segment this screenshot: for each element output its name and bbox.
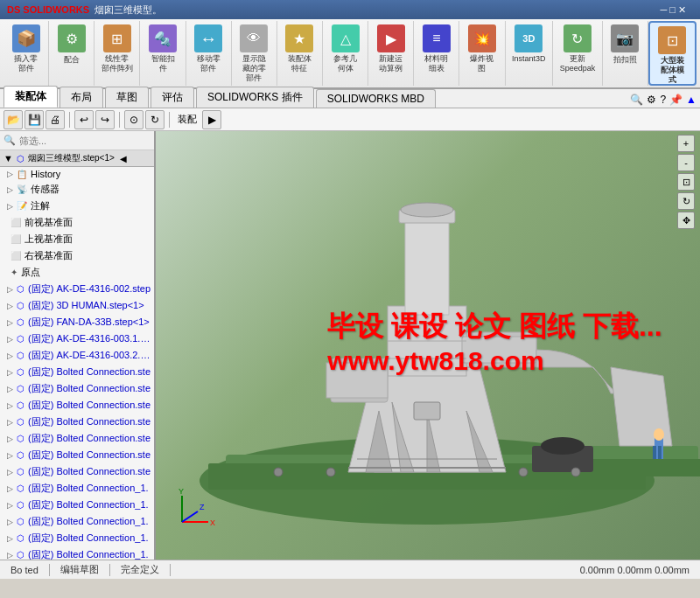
ribbon-btn-insert-part[interactable]: 📦 插入零部件 bbox=[7, 23, 46, 75]
motion-icon: ▶ bbox=[377, 24, 405, 52]
tree-item-right-plane[interactable]: ⬜ 右视基准面 bbox=[0, 247, 154, 264]
mini-pan-btn[interactable]: ✥ bbox=[677, 212, 695, 229]
expand-icon[interactable]: ▲ bbox=[686, 94, 696, 106]
comp12-label: (固定) Bolted Connection_1. bbox=[28, 482, 149, 495]
tree-item-comp16[interactable]: ▷ ⬡ (固定) Bolted Connection_1. bbox=[0, 546, 154, 560]
mini-rotate-btn[interactable]: ↻ bbox=[677, 192, 695, 210]
tree-item-notes[interactable]: ▷ 📝 注解 bbox=[0, 198, 154, 214]
tree-expand-all[interactable]: ▼ bbox=[4, 153, 13, 163]
explode-label: 爆炸视图 bbox=[470, 54, 494, 73]
tb2-save-btn[interactable]: 💾 bbox=[24, 110, 44, 129]
search-icon[interactable]: 🔍 bbox=[630, 94, 643, 106]
tree-item-comp0[interactable]: ▷ ⬡ (固定) AK-DE-4316-002.step bbox=[0, 281, 154, 297]
ribbon-btn-array[interactable]: ⊞ 线性零部件阵列 bbox=[98, 23, 136, 75]
tb2-redo-btn[interactable]: ↪ bbox=[95, 110, 115, 129]
mini-fit-btn[interactable]: ⊡ bbox=[677, 173, 695, 191]
tb2-undo-btn[interactable]: ↩ bbox=[74, 110, 94, 129]
tree-item-comp1[interactable]: ▷ ⬡ (固定) 3D HUMAN.step<1> bbox=[0, 297, 154, 314]
help-icon[interactable]: ? bbox=[660, 94, 666, 106]
ribbon-btn-large-assembly[interactable]: ⊡ 大型装配体模式 bbox=[653, 24, 691, 86]
tree-item-comp6[interactable]: ▷ ⬡ (固定) Bolted Connection.ste bbox=[0, 380, 154, 397]
ribbon-btn-assembly-feat[interactable]: ★ 装配体特征 bbox=[280, 23, 318, 75]
comp0-icon: ⬡ bbox=[17, 284, 24, 294]
svg-point-23 bbox=[654, 428, 664, 441]
expand-notes: ▷ bbox=[7, 202, 13, 211]
ribbon-group-bom: ≡ 材料明细表 bbox=[414, 21, 459, 86]
ribbon-btn-speedpak[interactable]: ↻ 更新Speedpak bbox=[556, 23, 599, 75]
pin-icon[interactable]: 📌 bbox=[669, 94, 682, 106]
ribbon-btn-instant3d[interactable]: 3D Instant3D bbox=[508, 23, 550, 65]
comp6-label: (固定) Bolted Connection.ste bbox=[28, 382, 150, 395]
tb2-select-btn[interactable]: ▶ bbox=[202, 110, 221, 129]
ribbon-group-assembly-feat: ★ 装配体特征 bbox=[277, 21, 323, 86]
tree-item-comp15[interactable]: ▷ ⬡ (固定) Bolted Connection_1. bbox=[0, 530, 154, 546]
tree-item-comp2[interactable]: ▷ ⬡ (固定) FAN-DA-33B.step<1> bbox=[0, 314, 154, 330]
expand-comp12: ▷ bbox=[7, 484, 13, 493]
ribbon-btn-match[interactable]: ⚙ 配合 bbox=[52, 23, 91, 67]
tree-item-sensors[interactable]: ▷ 📡 传感器 bbox=[0, 181, 154, 198]
mini-zoom-out-btn[interactable]: - bbox=[677, 154, 695, 171]
status-bolted: Bo ted bbox=[7, 565, 42, 575]
ribbon-group-motion: ▶ 新建运动算例 bbox=[368, 21, 414, 86]
comp8-icon: ⬡ bbox=[17, 417, 24, 427]
expand-comp15: ▷ bbox=[7, 534, 13, 543]
tb2-rotate-btn[interactable]: ↻ bbox=[145, 110, 164, 129]
svg-rect-25 bbox=[658, 446, 662, 459]
ribbon-btn-bom[interactable]: ≡ 材料明细表 bbox=[417, 23, 456, 75]
ribbon-btn-fastener[interactable]: 🔩 智能扣件 bbox=[144, 23, 182, 75]
tree-item-history[interactable]: ▷ 📋 History bbox=[0, 167, 154, 181]
insert-part-label: 插入零部件 bbox=[14, 54, 38, 73]
ribbon-btn-ref-geom[interactable]: △ 参考几何体 bbox=[326, 23, 365, 75]
tab-layout[interactable]: 布局 bbox=[60, 87, 103, 108]
ribbon-btn-motion[interactable]: ▶ 新建运动算例 bbox=[372, 23, 410, 75]
tree-item-comp13[interactable]: ▷ ⬡ (固定) Bolted Connection_1. bbox=[0, 497, 154, 513]
ribbon-btn-photo[interactable]: 📷 拍扣照 bbox=[606, 23, 644, 67]
tree-item-comp7[interactable]: ▷ ⬡ (固定) Bolted Connection.ste bbox=[0, 397, 154, 414]
tb2-view-btn[interactable]: ⊙ bbox=[124, 110, 144, 129]
tree-item-comp14[interactable]: ▷ ⬡ (固定) Bolted Connection_1. bbox=[0, 513, 154, 530]
title-bar: DS SOLIDWORKS 烟囱三维模型。 ─ □ ✕ bbox=[0, 0, 700, 19]
tree-header: ▼ ⬡ 烟囱三维模型.step<1> ◀ bbox=[0, 150, 154, 167]
tree-item-comp4[interactable]: ▷ ⬡ (固定) AK-DE-4316-003.2.ste bbox=[0, 347, 154, 364]
assembly-feat-label: 装配体特征 bbox=[288, 54, 312, 73]
tree-item-comp8[interactable]: ▷ ⬡ (固定) Bolted Connection.ste bbox=[0, 414, 154, 430]
settings-icon[interactable]: ⚙ bbox=[647, 94, 656, 106]
tab-evaluate[interactable]: 评估 bbox=[150, 87, 194, 108]
svg-point-26 bbox=[274, 468, 283, 476]
tree-item-comp3[interactable]: ▷ ⬡ (固定) AK-DE-4316-003.1.ste bbox=[0, 330, 154, 347]
toolbar2: 📂 💾 🖨 ↩ ↪ ⊙ ↻ 装配 ▶ bbox=[0, 108, 700, 131]
comp9-label: (固定) Bolted Connection.ste bbox=[28, 432, 150, 445]
tab-sw-plugins[interactable]: SOLIDWORKS 插件 bbox=[196, 87, 314, 108]
tb2-open-btn[interactable]: 📂 bbox=[4, 110, 23, 129]
tb2-print-btn[interactable]: 🖨 bbox=[46, 110, 65, 129]
filter-input[interactable] bbox=[16, 135, 150, 147]
large-assembly-label: 大型装配体模式 bbox=[661, 56, 684, 84]
window-controls[interactable]: ─ □ ✕ bbox=[660, 4, 686, 16]
expand-comp6: ▷ bbox=[7, 385, 13, 393]
tab-assembly[interactable]: 装配体 bbox=[4, 86, 58, 108]
tab-sketch[interactable]: 草图 bbox=[105, 87, 149, 108]
axes-indicator: X Y Z bbox=[173, 487, 217, 533]
comp4-icon: ⬡ bbox=[17, 351, 24, 360]
ribbon-btn-move[interactable]: ↔ 移动零部件 bbox=[189, 23, 228, 75]
tree-item-front-plane[interactable]: ⬜ 前视基准面 bbox=[0, 214, 154, 231]
ribbon-btn-showhide[interactable]: 👁 显示隐藏的零部件 bbox=[234, 23, 273, 84]
tree-item-origin[interactable]: ✦ 原点 bbox=[0, 264, 154, 281]
ribbon-btn-explode[interactable]: 💥 爆炸视图 bbox=[463, 23, 501, 75]
tree-item-comp10[interactable]: ▷ ⬡ (固定) Bolted Connection.ste bbox=[0, 447, 154, 463]
tree-item-comp5[interactable]: ▷ ⬡ (固定) Bolted Connection.ste bbox=[0, 364, 154, 380]
tree-item-top-plane[interactable]: ⬜ 上视基准面 bbox=[0, 231, 154, 247]
tree-item-comp9[interactable]: ▷ ⬡ (固定) Bolted Connection.ste bbox=[0, 430, 154, 447]
history-icon: 📋 bbox=[17, 170, 27, 179]
ribbon-group-ref-geom: △ 参考几何体 bbox=[323, 21, 368, 86]
comp12-icon: ⬡ bbox=[17, 483, 24, 493]
comp9-icon: ⬡ bbox=[17, 434, 24, 443]
mini-zoom-in-btn[interactable]: + bbox=[677, 135, 695, 152]
3d-viewport[interactable]: 毕设 课设 论文 图纸 下载... www.ytw818.com X Y Z +… bbox=[156, 131, 700, 560]
tab-sw-mbd[interactable]: SOLIDWORKS MBD bbox=[316, 89, 436, 108]
tree-item-comp11[interactable]: ▷ ⬡ (固定) Bolted Connection.ste bbox=[0, 463, 154, 480]
tree-item-comp12[interactable]: ▷ ⬡ (固定) Bolted Connection_1. bbox=[0, 480, 154, 497]
origin-icon: ✦ bbox=[10, 268, 18, 277]
comp2-label: (固定) FAN-DA-33B.step<1> bbox=[28, 316, 150, 329]
tree-header-arrow[interactable]: ◀ bbox=[120, 154, 127, 163]
